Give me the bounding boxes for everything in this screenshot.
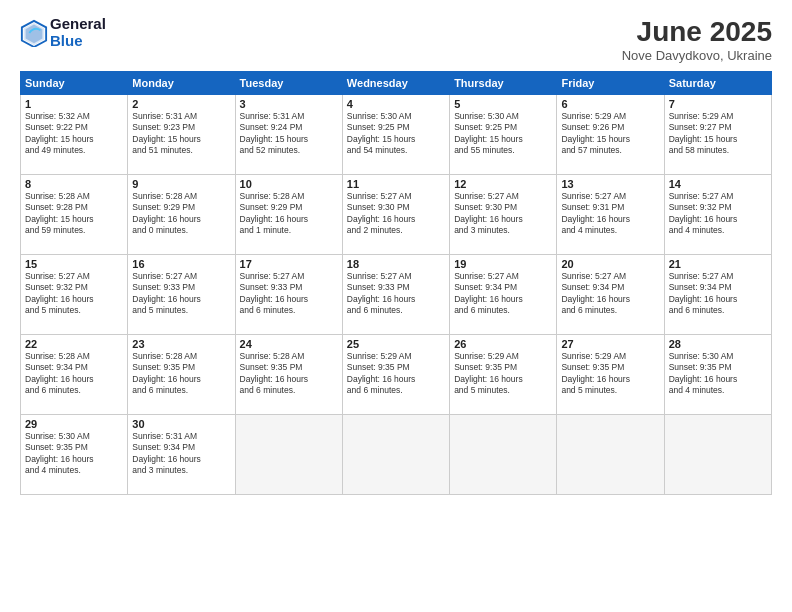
day-number: 12 — [454, 178, 552, 190]
col-saturday: Saturday — [664, 72, 771, 95]
col-thursday: Thursday — [450, 72, 557, 95]
day-info: Sunrise: 5:27 AM Sunset: 9:34 PM Dayligh… — [669, 271, 767, 317]
col-tuesday: Tuesday — [235, 72, 342, 95]
day-number: 16 — [132, 258, 230, 270]
day-info: Sunrise: 5:29 AM Sunset: 9:26 PM Dayligh… — [561, 111, 659, 157]
day-info: Sunrise: 5:32 AM Sunset: 9:22 PM Dayligh… — [25, 111, 123, 157]
calendar-cell: 24Sunrise: 5:28 AM Sunset: 9:35 PM Dayli… — [235, 335, 342, 415]
calendar-cell: 13Sunrise: 5:27 AM Sunset: 9:31 PM Dayli… — [557, 175, 664, 255]
week-row-5: 29Sunrise: 5:30 AM Sunset: 9:35 PM Dayli… — [21, 415, 772, 495]
day-number: 8 — [25, 178, 123, 190]
day-number: 18 — [347, 258, 445, 270]
day-number: 29 — [25, 418, 123, 430]
calendar-cell: 25Sunrise: 5:29 AM Sunset: 9:35 PM Dayli… — [342, 335, 449, 415]
day-number: 10 — [240, 178, 338, 190]
day-number: 25 — [347, 338, 445, 350]
day-info: Sunrise: 5:29 AM Sunset: 9:35 PM Dayligh… — [347, 351, 445, 397]
calendar-cell — [342, 415, 449, 495]
logo-icon — [20, 19, 48, 47]
day-number: 9 — [132, 178, 230, 190]
calendar-cell: 10Sunrise: 5:28 AM Sunset: 9:29 PM Dayli… — [235, 175, 342, 255]
calendar-cell: 8Sunrise: 5:28 AM Sunset: 9:28 PM Daylig… — [21, 175, 128, 255]
day-info: Sunrise: 5:31 AM Sunset: 9:23 PM Dayligh… — [132, 111, 230, 157]
day-info: Sunrise: 5:28 AM Sunset: 9:29 PM Dayligh… — [132, 191, 230, 237]
day-info: Sunrise: 5:27 AM Sunset: 9:33 PM Dayligh… — [132, 271, 230, 317]
col-friday: Friday — [557, 72, 664, 95]
calendar-cell: 22Sunrise: 5:28 AM Sunset: 9:34 PM Dayli… — [21, 335, 128, 415]
calendar-header-row: Sunday Monday Tuesday Wednesday Thursday… — [21, 72, 772, 95]
day-info: Sunrise: 5:27 AM Sunset: 9:31 PM Dayligh… — [561, 191, 659, 237]
calendar-cell: 4Sunrise: 5:30 AM Sunset: 9:25 PM Daylig… — [342, 95, 449, 175]
day-info: Sunrise: 5:30 AM Sunset: 9:25 PM Dayligh… — [347, 111, 445, 157]
logo-line2: Blue — [50, 33, 106, 50]
week-row-3: 15Sunrise: 5:27 AM Sunset: 9:32 PM Dayli… — [21, 255, 772, 335]
calendar-cell: 21Sunrise: 5:27 AM Sunset: 9:34 PM Dayli… — [664, 255, 771, 335]
calendar-cell: 3Sunrise: 5:31 AM Sunset: 9:24 PM Daylig… — [235, 95, 342, 175]
day-number: 5 — [454, 98, 552, 110]
calendar-cell: 15Sunrise: 5:27 AM Sunset: 9:32 PM Dayli… — [21, 255, 128, 335]
day-number: 22 — [25, 338, 123, 350]
day-number: 28 — [669, 338, 767, 350]
day-number: 20 — [561, 258, 659, 270]
day-info: Sunrise: 5:30 AM Sunset: 9:35 PM Dayligh… — [25, 431, 123, 477]
day-info: Sunrise: 5:27 AM Sunset: 9:33 PM Dayligh… — [347, 271, 445, 317]
day-number: 26 — [454, 338, 552, 350]
day-number: 11 — [347, 178, 445, 190]
calendar-cell: 26Sunrise: 5:29 AM Sunset: 9:35 PM Dayli… — [450, 335, 557, 415]
day-number: 21 — [669, 258, 767, 270]
day-number: 27 — [561, 338, 659, 350]
day-info: Sunrise: 5:27 AM Sunset: 9:34 PM Dayligh… — [561, 271, 659, 317]
calendar-cell: 11Sunrise: 5:27 AM Sunset: 9:30 PM Dayli… — [342, 175, 449, 255]
header: General Blue June 2025 Nove Davydkovo, U… — [20, 16, 772, 63]
col-sunday: Sunday — [21, 72, 128, 95]
calendar-cell: 2Sunrise: 5:31 AM Sunset: 9:23 PM Daylig… — [128, 95, 235, 175]
day-number: 23 — [132, 338, 230, 350]
calendar-cell: 18Sunrise: 5:27 AM Sunset: 9:33 PM Dayli… — [342, 255, 449, 335]
week-row-1: 1Sunrise: 5:32 AM Sunset: 9:22 PM Daylig… — [21, 95, 772, 175]
logo-line1: General — [50, 16, 106, 33]
calendar-cell: 16Sunrise: 5:27 AM Sunset: 9:33 PM Dayli… — [128, 255, 235, 335]
page: General Blue June 2025 Nove Davydkovo, U… — [0, 0, 792, 612]
day-info: Sunrise: 5:27 AM Sunset: 9:33 PM Dayligh… — [240, 271, 338, 317]
calendar-cell: 7Sunrise: 5:29 AM Sunset: 9:27 PM Daylig… — [664, 95, 771, 175]
calendar-cell: 30Sunrise: 5:31 AM Sunset: 9:34 PM Dayli… — [128, 415, 235, 495]
calendar-cell: 6Sunrise: 5:29 AM Sunset: 9:26 PM Daylig… — [557, 95, 664, 175]
day-info: Sunrise: 5:27 AM Sunset: 9:30 PM Dayligh… — [347, 191, 445, 237]
day-info: Sunrise: 5:29 AM Sunset: 9:35 PM Dayligh… — [454, 351, 552, 397]
day-info: Sunrise: 5:31 AM Sunset: 9:34 PM Dayligh… — [132, 431, 230, 477]
day-info: Sunrise: 5:27 AM Sunset: 9:32 PM Dayligh… — [25, 271, 123, 317]
day-info: Sunrise: 5:28 AM Sunset: 9:28 PM Dayligh… — [25, 191, 123, 237]
month-title: June 2025 — [622, 16, 772, 48]
day-number: 6 — [561, 98, 659, 110]
calendar-cell: 12Sunrise: 5:27 AM Sunset: 9:30 PM Dayli… — [450, 175, 557, 255]
day-number: 3 — [240, 98, 338, 110]
day-number: 17 — [240, 258, 338, 270]
day-info: Sunrise: 5:28 AM Sunset: 9:35 PM Dayligh… — [240, 351, 338, 397]
col-monday: Monday — [128, 72, 235, 95]
day-info: Sunrise: 5:30 AM Sunset: 9:35 PM Dayligh… — [669, 351, 767, 397]
day-number: 2 — [132, 98, 230, 110]
day-info: Sunrise: 5:27 AM Sunset: 9:32 PM Dayligh… — [669, 191, 767, 237]
week-row-2: 8Sunrise: 5:28 AM Sunset: 9:28 PM Daylig… — [21, 175, 772, 255]
day-info: Sunrise: 5:31 AM Sunset: 9:24 PM Dayligh… — [240, 111, 338, 157]
title-block: June 2025 Nove Davydkovo, Ukraine — [622, 16, 772, 63]
calendar-cell: 17Sunrise: 5:27 AM Sunset: 9:33 PM Dayli… — [235, 255, 342, 335]
logo: General Blue — [20, 16, 106, 49]
day-info: Sunrise: 5:27 AM Sunset: 9:30 PM Dayligh… — [454, 191, 552, 237]
calendar-cell — [557, 415, 664, 495]
day-info: Sunrise: 5:29 AM Sunset: 9:35 PM Dayligh… — [561, 351, 659, 397]
calendar-cell — [664, 415, 771, 495]
location: Nove Davydkovo, Ukraine — [622, 48, 772, 63]
calendar-cell: 14Sunrise: 5:27 AM Sunset: 9:32 PM Dayli… — [664, 175, 771, 255]
day-number: 19 — [454, 258, 552, 270]
calendar-cell — [235, 415, 342, 495]
week-row-4: 22Sunrise: 5:28 AM Sunset: 9:34 PM Dayli… — [21, 335, 772, 415]
day-info: Sunrise: 5:28 AM Sunset: 9:34 PM Dayligh… — [25, 351, 123, 397]
calendar-cell: 28Sunrise: 5:30 AM Sunset: 9:35 PM Dayli… — [664, 335, 771, 415]
col-wednesday: Wednesday — [342, 72, 449, 95]
day-number: 7 — [669, 98, 767, 110]
day-info: Sunrise: 5:27 AM Sunset: 9:34 PM Dayligh… — [454, 271, 552, 317]
day-number: 13 — [561, 178, 659, 190]
day-number: 15 — [25, 258, 123, 270]
calendar-cell: 27Sunrise: 5:29 AM Sunset: 9:35 PM Dayli… — [557, 335, 664, 415]
